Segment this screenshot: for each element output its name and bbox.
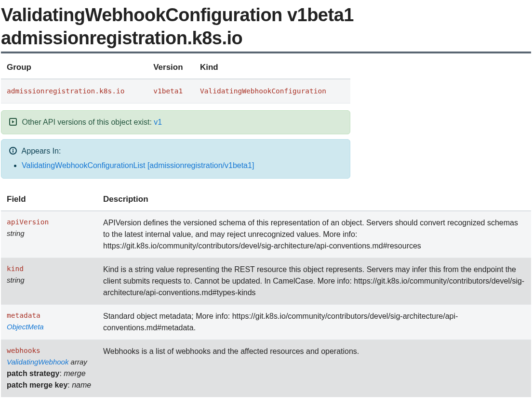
play-square-icon [9,118,17,126]
field-cell: metadataObjectMeta [1,304,97,339]
field-description: Webhooks is a list of webhooks and the a… [97,339,531,397]
alert-versions-link[interactable]: v1 [154,118,162,126]
alert-appears-in: Appears In: ValidatingWebhookConfigurati… [1,139,350,179]
field-description: APIVersion defines the versioned schema … [97,211,531,258]
field-type-link[interactable]: ObjectMeta [7,323,44,331]
alert-versions-prefix: Other API versions of this object exist: [22,118,154,126]
field-cell: apiVersionstring [1,211,97,258]
gvk-group: admissionregistration.k8s.io [1,79,147,104]
appears-in-link[interactable]: ValidatingWebhookConfigurationList [admi… [22,161,254,169]
field-type: ObjectMeta [7,323,44,331]
table-row: metadataObjectMetaStandard object metada… [1,304,531,339]
page-title: ValidatingWebhookConfiguration v1beta1 a… [1,4,531,53]
field-table: Field Description apiVersionstringAPIVer… [1,188,531,397]
field-cell: webhooksValidatingWebhook arraypatch str… [1,339,97,397]
svg-rect-4 [13,150,13,153]
gvk-header-group: Group [1,56,147,79]
field-description: Kind is a string value representing the … [97,258,531,304]
gvk-header-kind: Kind [194,56,350,79]
svg-point-3 [13,149,13,150]
alert-other-versions: Other API versions of this object exist:… [1,110,350,134]
info-icon [9,147,17,155]
field-header-description: Description [97,188,531,211]
table-row: kindstringKind is a string value represe… [1,258,531,304]
field-type: string [7,276,25,284]
patch-strategy: patch strategy: merge [7,369,86,377]
list-item: ValidatingWebhookConfigurationList [admi… [22,160,342,171]
field-type-suffix: array [68,358,87,366]
gvk-table: Group Version Kind admissionregistration… [1,56,350,104]
field-cell: kindstring [1,258,97,304]
gvk-row: admissionregistration.k8s.io v1beta1 Val… [1,79,350,104]
field-name: webhooks [7,346,92,356]
field-header-field: Field [1,188,97,211]
field-type: ValidatingWebhook array [7,358,87,366]
field-name: kind [7,264,92,274]
patch-merge-key: patch merge key: name [7,381,91,389]
field-type-link[interactable]: ValidatingWebhook [7,358,68,366]
field-name: metadata [7,311,92,321]
table-row: webhooksValidatingWebhook arraypatch str… [1,339,531,397]
gvk-header-version: Version [147,56,194,79]
appears-in-list: ValidatingWebhookConfigurationList [admi… [22,160,342,171]
gvk-kind: ValidatingWebhookConfiguration [194,79,350,104]
appears-in-label: Appears In: [22,147,61,155]
field-type: string [7,229,25,237]
table-row: apiVersionstringAPIVersion defines the v… [1,211,531,258]
field-description: Standard object metadata; More info: htt… [97,304,531,339]
gvk-version: v1beta1 [147,79,194,104]
field-name: apiVersion [7,217,92,228]
svg-marker-1 [12,120,14,123]
